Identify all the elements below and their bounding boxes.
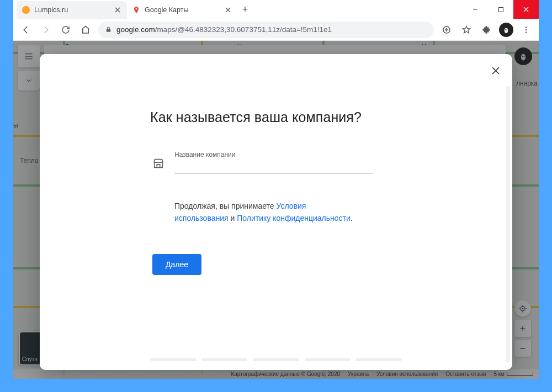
page-viewport: Выгода Холодна Протопоповка Иличанка Але… — [13, 41, 539, 379]
storefront-icon — [152, 157, 164, 169]
window-controls — [463, 0, 539, 19]
favicon-lumpics — [22, 6, 30, 14]
privacy-policy-link[interactable]: Политику конфиденциальности — [237, 214, 351, 223]
profile-avatar[interactable] — [499, 23, 513, 37]
home-button[interactable] — [78, 23, 93, 37]
tab-google-maps[interactable]: Google Карты — [127, 1, 237, 19]
browser-window: Lumpics.ru Google Карты + — [13, 0, 539, 379]
reload-button[interactable] — [59, 23, 73, 37]
progress-step — [150, 358, 196, 361]
progress-step — [356, 358, 402, 361]
company-name-field: Название компании — [152, 151, 413, 174]
back-button[interactable] — [19, 23, 33, 37]
progress-steps — [150, 358, 402, 361]
maximize-button[interactable] — [488, 0, 513, 19]
bookmark-button[interactable] — [459, 23, 474, 37]
zoom-indicator-icon[interactable] — [439, 23, 454, 37]
close-tab-icon[interactable] — [114, 6, 121, 14]
company-name-input[interactable] — [174, 161, 373, 174]
tab-strip: Lumpics.ru Google Карты + — [13, 0, 463, 19]
terms-text: Продолжая, вы принимаете Условия использ… — [174, 200, 357, 224]
forward-button[interactable] — [39, 23, 53, 37]
dialog-heading: Как называется ваша компания? — [150, 109, 413, 125]
tab-title: Google Карты — [145, 6, 220, 14]
business-name-dialog: Как называется ваша компания? Название к… — [40, 54, 512, 370]
extensions-button[interactable] — [479, 23, 493, 37]
svg-point-7 — [526, 27, 527, 28]
address-bar[interactable]: google.com/maps/@46.4832323,30.6073751,1… — [98, 22, 434, 38]
window-close-button[interactable] — [513, 0, 539, 19]
svg-point-9 — [526, 31, 527, 33]
new-tab-button[interactable]: + — [237, 2, 253, 17]
progress-step — [253, 358, 299, 361]
menu-button[interactable] — [519, 23, 533, 37]
tab-title: Lumpics.ru — [34, 6, 109, 14]
minimize-button[interactable] — [463, 0, 488, 19]
svg-point-6 — [507, 29, 508, 30]
progress-step — [201, 358, 247, 361]
svg-point-5 — [505, 29, 506, 30]
svg-rect-1 — [498, 7, 503, 12]
titlebar: Lumpics.ru Google Карты + — [13, 0, 539, 19]
svg-rect-2 — [107, 29, 111, 32]
favicon-google-maps — [132, 6, 140, 14]
svg-point-4 — [505, 28, 508, 33]
tab-lumpics[interactable]: Lumpics.ru — [17, 1, 127, 19]
lock-icon — [105, 26, 112, 33]
close-tab-icon[interactable] — [224, 6, 232, 14]
svg-point-0 — [136, 8, 137, 10]
next-button[interactable]: Далее — [152, 254, 201, 275]
url-text: google.com/maps/@46.4832323,30.6073751,1… — [116, 25, 332, 34]
svg-point-8 — [526, 29, 527, 30]
progress-step — [305, 358, 351, 361]
toolbar: google.com/maps/@46.4832323,30.6073751,1… — [13, 19, 539, 41]
field-label: Название компании — [174, 151, 373, 158]
